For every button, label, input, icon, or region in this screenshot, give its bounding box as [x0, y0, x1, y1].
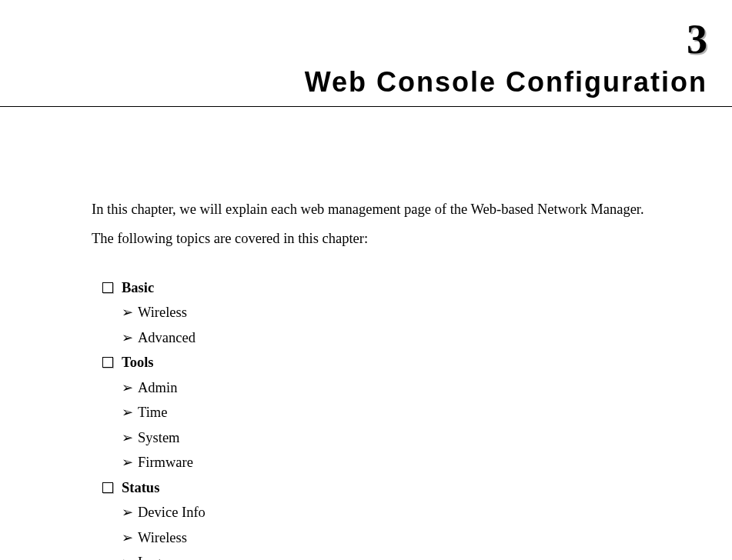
intro-line-2: The following topics are covered in this… [92, 225, 728, 254]
toc-subitem-label: Firmware [138, 450, 193, 475]
toc-section: Tools [102, 350, 206, 375]
chapter-number: 3 [687, 15, 707, 63]
toc-subitem: ➢ Wireless [122, 300, 206, 325]
toc-subitem: ➢ Advanced [122, 325, 206, 351]
toc-subitem-label: Admin [138, 375, 177, 400]
toc-subitem-label: Device Info [138, 500, 206, 525]
arrow-bullet-icon: ➢ [122, 301, 133, 325]
chapter-title: Web Console Configuration [0, 66, 707, 98]
toc-subitem: ➢ Time [122, 400, 206, 425]
toc-subitem: ➢ Wireless [122, 525, 206, 551]
square-bullet-icon [102, 357, 113, 368]
toc-subitem: ➢ Logs [122, 550, 206, 560]
arrow-bullet-icon: ➢ [122, 401, 133, 425]
square-bullet-icon [102, 282, 113, 293]
intro-paragraph: In this chapter, we will explain each we… [92, 195, 728, 254]
table-of-contents: Basic ➢ Wireless ➢ Advanced Tools ➢ Admi… [102, 275, 206, 560]
toc-subitem: ➢ Admin [122, 375, 206, 401]
arrow-bullet-icon: ➢ [122, 526, 133, 551]
toc-subitem-label: Logs [138, 550, 166, 560]
title-underline [0, 106, 732, 107]
intro-line-1: In this chapter, we will explain each we… [92, 195, 728, 225]
toc-subitem-label: System [138, 425, 179, 450]
arrow-bullet-icon: ➢ [122, 551, 133, 560]
toc-subitem-label: Time [138, 400, 167, 425]
square-bullet-icon [102, 482, 113, 493]
toc-subitem-label: Wireless [138, 525, 187, 550]
toc-subitem-label: Wireless [138, 300, 187, 325]
toc-section-label: Basic [122, 275, 154, 300]
toc-section: Basic [102, 275, 206, 300]
arrow-bullet-icon: ➢ [122, 426, 133, 451]
toc-subitem: ➢ Firmware [122, 450, 206, 475]
toc-subitem: ➢ Device Info [122, 500, 206, 525]
arrow-bullet-icon: ➢ [122, 326, 133, 351]
toc-subitem: ➢ System [122, 425, 206, 451]
toc-subitem-label: Advanced [138, 325, 196, 350]
toc-section: Status [102, 475, 206, 500]
arrow-bullet-icon: ➢ [122, 501, 133, 525]
toc-section-label: Status [122, 475, 159, 500]
toc-section-label: Tools [122, 350, 153, 375]
arrow-bullet-icon: ➢ [122, 451, 133, 475]
arrow-bullet-icon: ➢ [122, 376, 133, 401]
